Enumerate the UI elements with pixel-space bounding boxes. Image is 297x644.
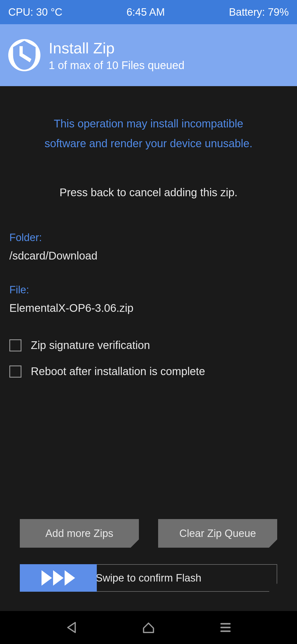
- checkbox-signature-label: Zip signature verification: [31, 339, 150, 351]
- button-row: Add more Zips Clear Zip Queue: [9, 519, 288, 548]
- menu-icon[interactable]: [218, 620, 233, 635]
- checkbox-reboot[interactable]: [9, 365, 21, 378]
- add-zips-label: Add more Zips: [45, 528, 113, 539]
- file-label: File:: [9, 284, 288, 296]
- swipe-confirm[interactable]: Swipe to confirm Flash: [20, 564, 277, 592]
- status-battery: Battery: 79%: [229, 6, 289, 18]
- main-content: This operation may install incompatible …: [0, 86, 297, 611]
- checkbox-row-signature[interactable]: Zip signature verification: [9, 339, 288, 351]
- warning-line1: This operation may install incompatible: [9, 114, 288, 133]
- swipe-handle[interactable]: [20, 564, 97, 592]
- checkbox-reboot-label: Reboot after installation is complete: [31, 365, 205, 378]
- status-time: 6:45 AM: [127, 6, 165, 18]
- status-bar: CPU: 30 °C 6:45 AM Battery: 79%: [0, 0, 297, 24]
- arrow-right-icon: [65, 570, 75, 586]
- back-icon[interactable]: [64, 620, 79, 635]
- navigation-bar: [0, 611, 297, 644]
- add-zips-button[interactable]: Add more Zips: [20, 519, 139, 548]
- home-icon[interactable]: [141, 620, 156, 635]
- clear-queue-button[interactable]: Clear Zip Queue: [158, 519, 277, 548]
- page-title: Install Zip: [49, 39, 185, 57]
- header: Install Zip 1 of max of 10 Files queued: [0, 24, 297, 86]
- clear-queue-label: Clear Zip Queue: [179, 528, 256, 539]
- page-subtitle: 1 of max of 10 Files queued: [49, 59, 185, 72]
- folder-label: Folder:: [9, 232, 288, 244]
- checkbox-signature[interactable]: [9, 339, 21, 351]
- checkbox-row-reboot[interactable]: Reboot after installation is complete: [9, 365, 288, 378]
- status-cpu: CPU: 30 °C: [8, 6, 62, 18]
- warning-text: This operation may install incompatible …: [9, 114, 288, 153]
- folder-value: /sdcard/Download: [9, 250, 288, 262]
- twrp-logo-icon: [8, 39, 40, 71]
- warning-line2: software and render your device unusable…: [9, 133, 288, 153]
- arrow-right-icon: [53, 570, 64, 586]
- instruction-text: Press back to cancel adding this zip.: [9, 186, 288, 199]
- options: Zip signature verification Reboot after …: [9, 339, 288, 391]
- file-value: ElementalX-OP6-3.06.zip: [9, 302, 288, 314]
- arrow-right-icon: [42, 570, 52, 586]
- info-section: Folder: /sdcard/Download File: Elemental…: [9, 232, 288, 336]
